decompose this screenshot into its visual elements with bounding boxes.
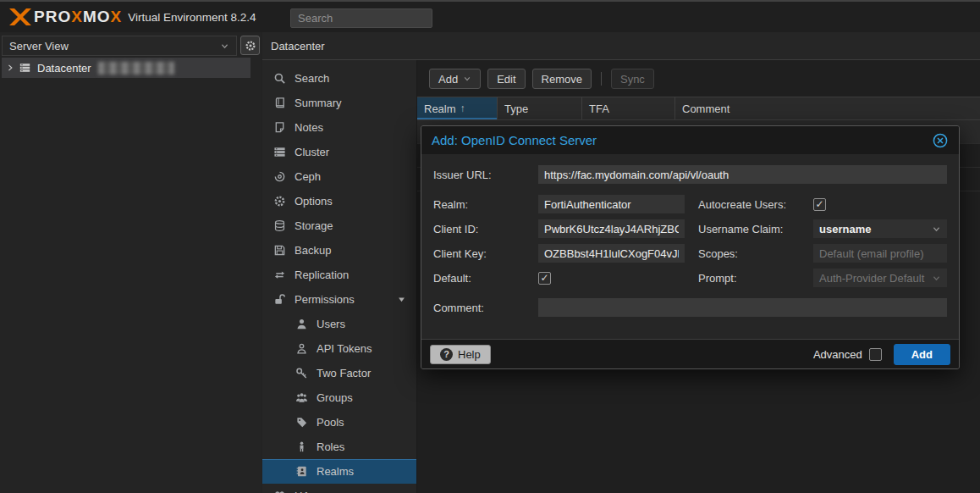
datacenter-nav-sidebar: SearchSummaryNotesClusterCephOptionsStor… xyxy=(262,60,417,493)
heartbeat-icon xyxy=(273,490,286,493)
sidebar-item-cluster[interactable]: Cluster xyxy=(262,140,416,164)
sidebar-item-notes[interactable]: Notes xyxy=(262,115,416,140)
sidebar-item-label: Options xyxy=(295,195,333,208)
dialog-titlebar[interactable]: Add: OpenID Connect Server xyxy=(421,126,959,154)
sidebar-item-users[interactable]: Users xyxy=(262,312,416,336)
column-label: TFA xyxy=(589,102,609,115)
remove-button-label: Remove xyxy=(542,73,582,86)
sync-arrows-icon xyxy=(273,269,286,281)
sidebar-item-label: HA xyxy=(295,490,310,493)
top-bar: PROXMOX Virtual Environment 8.2.4 xyxy=(0,0,980,32)
sidebar-item-realms[interactable]: Realms xyxy=(262,459,416,484)
sidebar-item-api-tokens[interactable]: API Tokens xyxy=(262,336,416,361)
realm-input[interactable] xyxy=(538,195,685,213)
sidebar-item-two-factor[interactable]: Two Factor xyxy=(262,361,416,385)
ceph-icon xyxy=(273,170,286,183)
realms-toolbar: Add Edit Remove Sync xyxy=(417,60,980,89)
client-key-input[interactable] xyxy=(538,244,685,263)
resource-tree-panel: Server View Datacenter xyxy=(0,32,261,493)
users-icon xyxy=(295,391,308,404)
book-icon xyxy=(273,97,286,109)
dialog-body: Issuer URL: Realm: Client ID: Client Key… xyxy=(421,154,959,339)
sidebar-item-backup[interactable]: Backup xyxy=(262,238,416,263)
help-button[interactable]: Help xyxy=(430,345,491,364)
sidebar-item-storage[interactable]: Storage xyxy=(262,213,416,238)
sidebar-item-search[interactable]: Search xyxy=(262,66,416,91)
advanced-label: Advanced xyxy=(813,348,862,361)
tree-settings-button[interactable] xyxy=(240,36,260,55)
sidebar-item-label: Storage xyxy=(295,219,333,232)
sidebar-item-label: Groups xyxy=(317,391,353,404)
dialog-add-button[interactable]: Add xyxy=(894,344,950,365)
proxmox-wordmark: PROXMOX xyxy=(34,8,122,26)
comment-label: Comment: xyxy=(433,302,538,314)
view-mode-label: Server View xyxy=(9,40,220,53)
column-label: Realm xyxy=(424,102,456,115)
remove-realm-button[interactable]: Remove xyxy=(532,69,592,89)
sidebar-item-pools[interactable]: Pools xyxy=(262,410,416,435)
scopes-input[interactable] xyxy=(813,244,947,263)
default-checkbox[interactable]: ✓ xyxy=(538,272,551,285)
sidebar-item-roles[interactable]: Roles xyxy=(262,435,416,459)
client-id-input[interactable] xyxy=(538,219,685,238)
key-icon xyxy=(295,367,308,379)
column-header-type[interactable]: Type xyxy=(498,97,582,119)
autocreate-users-checkbox[interactable]: ✓ xyxy=(813,198,826,211)
column-header-realm[interactable]: Realm ↑ xyxy=(417,97,498,119)
redacted-hostname xyxy=(98,62,174,75)
caret-down-icon xyxy=(397,295,406,304)
edit-realm-button[interactable]: Edit xyxy=(487,69,525,89)
chevron-down-icon xyxy=(463,75,471,83)
prompt-select[interactable]: Auth-Provider Default xyxy=(813,269,947,287)
prompt-label: Prompt: xyxy=(698,272,813,285)
chevron-down-icon xyxy=(220,42,229,51)
sidebar-item-label: Ceph xyxy=(295,170,321,183)
sidebar-item-ha[interactable]: HA xyxy=(262,484,416,493)
sidebar-item-label: Roles xyxy=(317,440,344,453)
chevron-right-icon[interactable] xyxy=(6,64,14,72)
add-openid-dialog: Add: OpenID Connect Server Issuer URL: R… xyxy=(421,125,960,369)
gear-icon xyxy=(245,40,256,52)
toolbar-separator xyxy=(601,72,602,86)
scopes-label: Scopes: xyxy=(698,247,813,260)
issuer-url-input[interactable] xyxy=(538,165,947,184)
issuer-url-row: Issuer URL: xyxy=(433,165,947,184)
client-key-label: Client Key: xyxy=(433,247,538,260)
add-realm-button[interactable]: Add xyxy=(429,69,481,89)
username-claim-select[interactable]: username xyxy=(813,219,947,238)
proxmox-app-window: PROXMOX Virtual Environment 8.2.4 Server… xyxy=(0,0,980,493)
sidebar-item-label: Two Factor xyxy=(317,367,371,379)
user-icon xyxy=(295,318,308,330)
global-search-input[interactable] xyxy=(290,8,432,28)
sidebar-item-replication[interactable]: Replication xyxy=(262,263,416,287)
database-icon xyxy=(273,219,286,232)
edit-button-label: Edit xyxy=(497,73,515,86)
sidebar-item-permissions[interactable]: Permissions xyxy=(262,287,416,312)
sidebar-item-summary[interactable]: Summary xyxy=(262,91,416,115)
tree-item-label: Datacenter xyxy=(37,62,91,75)
tree-item-datacenter[interactable]: Datacenter xyxy=(2,58,251,78)
advanced-checkbox[interactable] xyxy=(869,348,882,361)
close-icon[interactable] xyxy=(932,132,949,149)
sidebar-item-options[interactable]: Options xyxy=(262,189,416,213)
sidebar-item-label: Pools xyxy=(317,416,344,429)
sync-realm-button[interactable]: Sync xyxy=(611,69,654,89)
sidebar-item-label: Permissions xyxy=(295,293,355,306)
user-outline-icon xyxy=(295,342,308,355)
sidebar-item-groups[interactable]: Groups xyxy=(262,385,416,410)
server-stack-icon xyxy=(273,146,286,158)
column-header-comment[interactable]: Comment xyxy=(675,97,980,119)
sidebar-item-ceph[interactable]: Ceph xyxy=(262,164,416,189)
view-mode-select[interactable]: Server View xyxy=(2,36,237,56)
client-id-label: Client ID: xyxy=(433,223,538,235)
realm-label: Realm: xyxy=(433,198,538,211)
dialog-title: Add: OpenID Connect Server xyxy=(432,133,597,147)
comment-input[interactable] xyxy=(538,298,947,317)
person-icon xyxy=(295,440,308,453)
search-icon xyxy=(273,72,286,85)
sidebar-item-label: Users xyxy=(317,318,345,330)
sidebar-item-label: Summary xyxy=(295,97,342,109)
default-label: Default: xyxy=(433,272,538,285)
sidebar-item-label: Cluster xyxy=(295,146,329,158)
column-header-tfa[interactable]: TFA xyxy=(582,97,675,119)
